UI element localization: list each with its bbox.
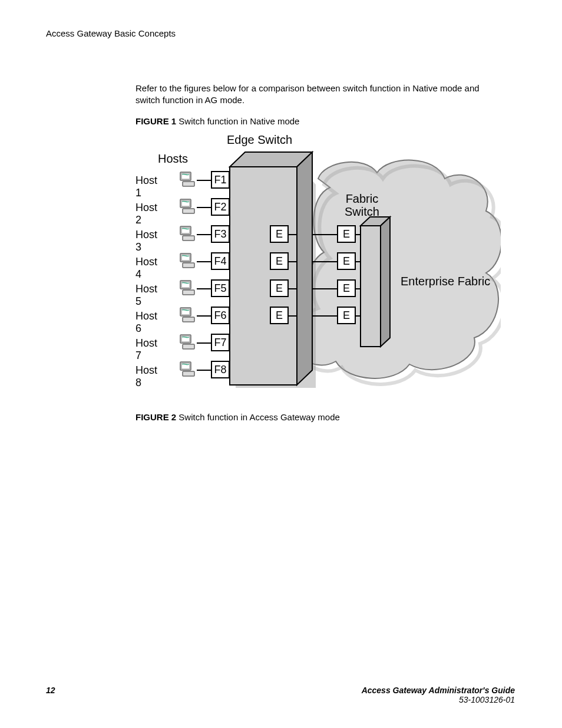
running-header: Access Gateway Basic Concepts [46, 28, 176, 38]
host-label: Host 7 [135, 337, 157, 362]
figure-1-caption: FIGURE 1 Switch function in Native mode [135, 116, 299, 126]
host-label: Host 2 [135, 202, 157, 226]
e-connector-line [312, 261, 337, 262]
host-connector-line [197, 234, 211, 235]
host-icon [179, 307, 197, 324]
e-connector-line [356, 234, 361, 235]
f-port: F2 [211, 198, 230, 216]
svg-rect-12 [183, 209, 194, 213]
e-port-fabric: E [337, 252, 356, 270]
host-label: Host 8 [135, 364, 157, 389]
f-port: F8 [211, 361, 230, 378]
f-port: F5 [211, 279, 230, 297]
host-connector-line [197, 370, 211, 371]
svg-rect-18 [183, 263, 194, 268]
host-connector-line [197, 261, 211, 262]
host-connector-line [197, 315, 211, 317]
svg-rect-27 [183, 344, 194, 349]
host-icon [179, 334, 197, 351]
host-icon [179, 198, 197, 216]
e-connector-line [356, 315, 361, 317]
fabric-switch-label: Fabric Switch [345, 192, 379, 218]
f-port: F7 [211, 334, 230, 351]
enterprise-fabric-label: Enterprise Fabric [401, 275, 490, 288]
edge-switch-icon [230, 152, 316, 388]
footer-title: Access Gateway Administrator's Guide [362, 686, 515, 695]
figure-2-label: FIGURE 2 [135, 412, 176, 422]
figure-2-text: Switch function in Access Gateway mode [178, 412, 339, 422]
figure-2-caption: FIGURE 2 Switch function in Access Gatew… [135, 412, 340, 422]
host-label: Host 1 [135, 174, 157, 199]
e-connector-line [312, 315, 337, 317]
e-port-fabric: E [337, 307, 356, 324]
svg-marker-3 [297, 152, 312, 385]
footer-docnum: 53-1003126-01 [459, 695, 515, 704]
e-connector-line [356, 261, 361, 262]
hosts-header-label: Hosts [158, 152, 188, 166]
fabric-line1: Fabric [346, 192, 379, 205]
page-number: 12 [46, 686, 55, 695]
fabric-line2: Switch [345, 205, 379, 218]
e-connector-line [356, 288, 361, 289]
host-icon [179, 225, 197, 243]
f-port: F6 [211, 307, 230, 324]
e-port-edge: E [270, 279, 289, 297]
host-icon [179, 252, 197, 270]
e-connector-line [289, 234, 297, 235]
page-footer: 12 Access Gateway Administrator's Guide … [46, 686, 515, 704]
host-connector-line [197, 207, 211, 208]
svg-rect-24 [183, 317, 194, 322]
cloud-icon [293, 160, 501, 384]
e-connector-line [289, 315, 297, 317]
host-icon [179, 361, 197, 378]
figure-1-text: Switch function in Native mode [178, 116, 299, 126]
svg-rect-1 [230, 167, 297, 385]
figure-1-label: FIGURE 1 [135, 116, 176, 126]
e-connector-line [289, 261, 297, 262]
host-label: Host 5 [135, 283, 157, 308]
f-port: F4 [211, 252, 230, 270]
e-connector-line [289, 288, 297, 289]
edge-switch-label: Edge Switch [227, 133, 292, 147]
intro-paragraph: Refer to the figures below for a compari… [135, 83, 489, 107]
host-connector-line [197, 180, 211, 181]
host-label: Host 3 [135, 229, 157, 253]
host-icon [179, 171, 197, 189]
e-connector-line [312, 288, 337, 289]
host-label: Host 4 [135, 256, 157, 281]
host-connector-line [197, 342, 211, 344]
f-port: F3 [211, 225, 230, 243]
svg-marker-6 [381, 217, 390, 347]
fabric-switch-icon [361, 217, 390, 347]
svg-rect-21 [183, 290, 194, 295]
svg-rect-30 [183, 371, 194, 376]
e-port-fabric: E [337, 279, 356, 297]
f-port: F1 [211, 171, 230, 189]
figure-1-diagram: Edge Switch Hosts Fabric Switch Enterpri… [135, 129, 501, 400]
host-icon [179, 279, 197, 297]
svg-rect-4 [361, 226, 381, 347]
host-label: Host 6 [135, 310, 157, 335]
e-port-edge: E [270, 252, 289, 270]
e-port-edge: E [270, 225, 289, 243]
svg-rect-9 [183, 182, 194, 186]
e-connector-line [312, 234, 337, 235]
host-connector-line [197, 288, 211, 289]
svg-rect-15 [183, 236, 194, 241]
e-port-fabric: E [337, 225, 356, 243]
e-port-edge: E [270, 307, 289, 324]
